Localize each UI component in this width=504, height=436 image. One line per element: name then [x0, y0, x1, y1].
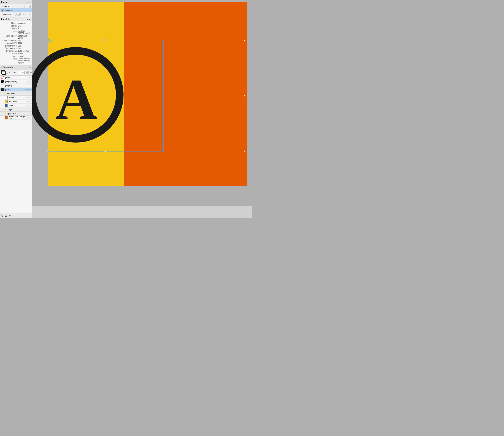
swatch-grid2-pantone-orange[interactable]: ⊡	[29, 116, 31, 119]
info-row-scale: Scale: 125%	[1, 53, 31, 55]
right-handles	[244, 40, 245, 152]
registration-icon	[2, 81, 4, 83]
folder-primaries[interactable]: ▼ 📁 Primaries	[0, 92, 32, 96]
swatch-row-white[interactable]: White ⊞ ⊡	[4, 96, 32, 100]
spotcolor-folder-name: SpotColor	[7, 112, 16, 115]
info-value-status: OK	[18, 25, 31, 27]
swatches-title: Swatches	[3, 66, 13, 68]
stroke-swatch[interactable]	[2, 71, 6, 75]
links-collapse-btn[interactable]: ≪	[26, 1, 28, 3]
info-row-dimensions: Dimensions: 1795 x 1750	[1, 50, 31, 52]
info-row-layer: Layer: Layer 1	[1, 55, 31, 57]
swatch-box-black	[1, 88, 4, 91]
swatch-row-paper[interactable]: [Paper]	[0, 84, 32, 88]
text-mode-btn[interactable]: T	[9, 71, 10, 74]
swatch-grid1-processy[interactable]: ⊞	[27, 100, 28, 103]
swatches-panel: ◇ Swatches ≡ ■ □ T Tint: ▲ ▼ %	[0, 65, 32, 218]
link-info-header: Link Info ◀ ▶	[0, 17, 32, 21]
update-link-icon[interactable]: ⬇	[22, 13, 24, 16]
tint-stepper: ▲ ▼	[26, 71, 28, 74]
folder-spotcolor[interactable]: ▼ 📁 SpotColor	[0, 111, 32, 116]
links-col-name: Name	[4, 5, 25, 7]
update-all-icon[interactable]: ↻	[25, 13, 27, 16]
swatch-actions-pantone-orange: ⊞ ⊡	[27, 116, 31, 119]
main-canvas: 🔗 A	[32, 0, 252, 218]
swatch-grid1-blue[interactable]: ⊞	[27, 104, 28, 107]
info-value-layeroverrides: No	[18, 39, 31, 42]
swatch-row-pantone-orange[interactable]: PANTONE Orange 021 C ⊞ ⊡	[4, 116, 32, 120]
swatches-collapse-triangle[interactable]: ◇	[1, 66, 2, 68]
swatch-name-white: White	[9, 96, 27, 99]
links-item-name: logo.psd	[5, 9, 29, 11]
swatch-row-none[interactable]: [None] ✕ ⊞	[0, 76, 32, 80]
link-info-prev-btn[interactable]: ◀	[27, 18, 28, 20]
swatch-name-pantone-orange: PANTONE Orange 021 C	[9, 115, 27, 120]
links-item-row[interactable]: A logo.psd 1	[0, 8, 32, 12]
spotcolor-items: PANTONE Orange 021 C ⊞ ⊡	[4, 116, 32, 120]
info-value-layer: Layer 1	[18, 55, 31, 57]
links-col-icon-arrow[interactable]: ▾	[28, 5, 31, 8]
swatch-grid1-white[interactable]: ⊞	[27, 96, 28, 99]
relink-icon[interactable]: ⇄	[15, 13, 17, 16]
swatch-box-none	[1, 76, 4, 79]
swatch-actions-blue: ⊞ ⊡	[27, 104, 31, 107]
info-value-size: 67.3 KB (68897 bytes)	[18, 30, 31, 34]
links-col-icons: □ ▾	[25, 5, 31, 8]
link-info-next-btn[interactable]: ▶	[29, 18, 31, 20]
swatches-menu-btn[interactable]: ≡	[29, 66, 31, 69]
stroke-mode-btn[interactable]: □	[6, 71, 8, 74]
canvas-area[interactable]: 🔗 A	[32, 0, 252, 218]
warning-icon: ⚠	[1, 5, 3, 7]
links-menu-btn[interactable]: ≡	[29, 1, 31, 4]
info-row-name: Name: logo.psd	[1, 22, 31, 24]
swatch-grid-black[interactable]: ⊞	[27, 88, 28, 91]
info-label-status: Status:	[1, 25, 17, 27]
links-title-icons: ≪ ≡	[26, 1, 31, 4]
info-row-actualppi: Actual PPI: 1200	[1, 42, 31, 44]
swatch-actions-white: ⊞ ⊡	[27, 96, 31, 99]
swatch-delete-registration[interactable]: ✕	[27, 80, 28, 83]
swatch-delete-black[interactable]: ✕	[25, 88, 27, 91]
info-value-transparency: No	[18, 47, 31, 49]
swatch-extra-black[interactable]: ⊡	[29, 88, 31, 91]
swatch-actions-none: ✕ ⊞	[27, 76, 31, 79]
artwork-orange	[124, 2, 247, 186]
primaries-folder-icon: 📁	[3, 92, 6, 95]
info-label-scale: Scale:	[1, 53, 17, 55]
swatch-options-btn[interactable]: ☰	[5, 214, 7, 217]
swatches-list: [None] ✕ ⊞ [Registration] ✕	[0, 76, 32, 213]
swatch-row-registration[interactable]: [Registration] ✕ ⊞	[0, 80, 32, 84]
info-value-scale: 125%	[18, 53, 31, 55]
handle-mid-right	[244, 95, 245, 96]
folder-grays[interactable]: ▼ 📁 Grays	[0, 108, 32, 111]
swatch-name-none: [None]	[5, 76, 27, 79]
tint-input[interactable]	[18, 71, 25, 74]
links-col-icon-page[interactable]: □	[25, 5, 27, 8]
swatch-row-black[interactable]: [Black] ✕ ⊞ ⊡	[0, 88, 32, 92]
edit-original-icon[interactable]: ✎	[28, 13, 31, 16]
swatch-grid-none[interactable]: ⊞	[29, 76, 31, 79]
swatch-name-registration: [Registration]	[5, 80, 27, 83]
swatch-grid-registration[interactable]: ⊞	[29, 80, 31, 83]
tint-down-btn[interactable]: ▼	[26, 73, 28, 74]
swatch-grid2-blue[interactable]: ⊡	[29, 104, 31, 107]
swatch-box-processy	[5, 100, 8, 103]
swatch-grid2-processy[interactable]: ⊡	[29, 100, 31, 103]
go-to-link-icon[interactable]: 🔗	[18, 13, 21, 16]
swatch-row-blue[interactable]: Blue ⊞ ⊡	[4, 104, 32, 108]
swatch-row-processy[interactable]: ProcessY ⊞ ⊡	[4, 100, 32, 104]
swatch-delete-none[interactable]: ✕	[27, 76, 28, 79]
info-row-status: Status: OK	[1, 25, 31, 27]
info-label-transparency: Transparency:	[1, 47, 17, 49]
info-row-page: Page: 1	[1, 27, 31, 29]
delete-swatch-btn[interactable]: 🗑	[9, 214, 11, 217]
info-row-layeroverrides: Layer Overrides: No	[1, 39, 31, 42]
swatch-grid2-white[interactable]: ⊡	[29, 96, 31, 99]
tint-up-btn[interactable]: ▲	[26, 71, 28, 73]
swatches-header: ◇ Swatches ≡	[0, 65, 32, 69]
new-swatch-btn[interactable]: ⊕	[1, 214, 3, 217]
info-value-path: Fisher...User/Schner/Desktop/logo.psd	[18, 58, 31, 64]
swatch-grid1-pantone-orange[interactable]: ⊞	[27, 116, 28, 119]
selected-count: 1 Selected	[1, 14, 14, 16]
swatch-box-white	[5, 96, 8, 99]
